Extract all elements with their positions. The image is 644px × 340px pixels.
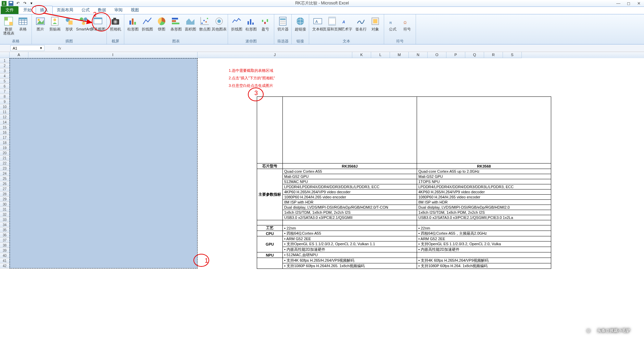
save-icon[interactable] bbox=[8, 1, 14, 6]
ft-cell: 主要参数指标 bbox=[257, 169, 283, 220]
ribbon-btn-sym[interactable]: Ω符号 bbox=[400, 15, 414, 31]
ribbon-btn-sl-wl[interactable]: 盈亏 bbox=[258, 15, 273, 31]
dropdown-icon[interactable]: ▾ bbox=[40, 46, 42, 50]
qat-dropdown-icon[interactable]: ▾ bbox=[29, 1, 34, 6]
row-header-2[interactable]: 2 bbox=[0, 63, 10, 68]
row-header-15[interactable]: 15 bbox=[0, 125, 10, 130]
row-header-19[interactable]: 19 bbox=[0, 145, 10, 151]
col-header-S[interactable]: S bbox=[503, 52, 522, 58]
row-header-27[interactable]: 27 bbox=[0, 186, 10, 192]
redo-icon[interactable]: ↷ bbox=[22, 1, 27, 6]
cells-area[interactable]: 芯片型号RK3288Quad-core Cortex-A17 up to 1.8… bbox=[10, 58, 644, 340]
row-header-22[interactable]: 22 bbox=[0, 161, 10, 166]
row-header-38[interactable]: 38 bbox=[0, 243, 10, 248]
row-header-36[interactable]: 36 bbox=[0, 233, 10, 238]
tab-file[interactable]: 文件 bbox=[1, 6, 18, 14]
col-header-K[interactable]: K bbox=[352, 52, 371, 58]
row-header-14[interactable]: 14 bbox=[0, 120, 10, 125]
row-header-31[interactable]: 31 bbox=[0, 207, 10, 212]
area-icon bbox=[185, 16, 196, 27]
row-header-28[interactable]: 28 bbox=[0, 192, 10, 197]
maximize-button[interactable]: ◻ bbox=[623, 0, 634, 7]
ribbon-btn-pivot[interactable]: 数据 透视表 bbox=[1, 15, 16, 35]
row-header-5[interactable]: 5 bbox=[0, 79, 10, 84]
worksheet-grid[interactable]: AIJKLMNOPQRS 123456789101112141516171819… bbox=[0, 52, 644, 340]
row-header-34[interactable]: 34 bbox=[0, 222, 10, 227]
row-header-42[interactable]: 42 bbox=[0, 263, 10, 269]
row-header-18[interactable]: 18 bbox=[0, 140, 10, 145]
ribbon-btn-scatter[interactable]: 散点图 bbox=[198, 15, 212, 31]
ribbon-btn-hf[interactable]: 页眉和页脚 bbox=[325, 15, 339, 31]
row-header-39[interactable]: 39 bbox=[0, 248, 10, 253]
select-all-corner[interactable] bbox=[0, 52, 10, 58]
ribbon-btn-slicer[interactable]: 切片器 bbox=[276, 15, 290, 31]
row-header-10[interactable]: 10 bbox=[0, 104, 10, 109]
undo-icon[interactable]: ↶ bbox=[15, 1, 21, 6]
row-header-29[interactable]: 29 bbox=[0, 197, 10, 202]
tab-review[interactable]: 审阅 bbox=[110, 6, 127, 14]
ribbon-btn-bar[interactable]: 条形图 bbox=[169, 15, 183, 31]
row-header-26[interactable]: 26 bbox=[0, 181, 10, 186]
ribbon-btn-link[interactable]: 超链接 bbox=[293, 15, 307, 31]
tab-home[interactable]: 开始 bbox=[19, 6, 36, 14]
row-header-32[interactable]: 32 bbox=[0, 212, 10, 217]
row-header-30[interactable]: 30 bbox=[0, 202, 10, 207]
row-header-41[interactable]: 41 bbox=[0, 258, 10, 263]
row-header-25[interactable]: 25 bbox=[0, 176, 10, 181]
tab-layout[interactable]: 页面布局 bbox=[53, 6, 77, 14]
ribbon-btn-camera[interactable]: 照相机 bbox=[108, 15, 123, 31]
ribbon-btn-sig[interactable]: 签名行 bbox=[354, 15, 368, 31]
ribbon-btn-smartart[interactable]: SmartArt bbox=[76, 15, 91, 31]
row-header-40[interactable]: 40 bbox=[0, 253, 10, 258]
col-header-N[interactable]: N bbox=[409, 52, 428, 58]
col-header-L[interactable]: L bbox=[371, 52, 390, 58]
row-header-37[interactable]: 37 bbox=[0, 238, 10, 243]
col-header-O[interactable]: O bbox=[428, 52, 446, 58]
col-header-A[interactable]: A bbox=[10, 52, 28, 58]
col-header-R[interactable]: R bbox=[484, 52, 503, 58]
ribbon-btn-table[interactable]: 表格 bbox=[16, 15, 30, 31]
col-header-J[interactable]: J bbox=[198, 52, 352, 58]
ribbon-btn-line[interactable]: 折线图 bbox=[140, 15, 154, 31]
ribbon-btn-sl-line[interactable]: 折线图 bbox=[229, 15, 244, 31]
ribbon-btn-pic[interactable]: 图片 bbox=[33, 15, 48, 31]
tab-formulas[interactable]: 公式 bbox=[77, 6, 94, 14]
row-header-17[interactable]: 17 bbox=[0, 135, 10, 140]
ribbon-btn-area[interactable]: 面积图 bbox=[183, 15, 198, 31]
ribbon-btn-eq[interactable]: π公式 bbox=[386, 15, 400, 31]
close-button[interactable]: ✕ bbox=[634, 0, 644, 7]
tab-insert[interactable]: 插入 bbox=[36, 6, 53, 14]
ribbon-btn-pie[interactable]: 饼图 bbox=[154, 15, 169, 31]
row-header-16[interactable]: 16 bbox=[0, 130, 10, 135]
row-header-35[interactable]: 35 bbox=[0, 227, 10, 233]
ribbon-btn-other[interactable]: 其他图表 bbox=[212, 15, 226, 31]
row-header-8[interactable]: 8 bbox=[0, 94, 10, 99]
ribbon-btn-wordart[interactable]: A艺术字 bbox=[339, 15, 354, 31]
row-header-9[interactable]: 9 bbox=[0, 99, 10, 104]
col-header-P[interactable]: P bbox=[446, 52, 465, 58]
row-header-6[interactable]: 6 bbox=[0, 84, 10, 89]
row-header-1[interactable]: 1 bbox=[0, 58, 10, 63]
row-header-3[interactable]: 3 bbox=[0, 68, 10, 74]
ribbon-btn-column[interactable]: 柱形图 bbox=[126, 15, 140, 31]
ribbon-btn-obj[interactable]: 对象 bbox=[368, 15, 382, 31]
minimize-button[interactable]: — bbox=[613, 0, 623, 7]
ribbon-btn-clip[interactable]: 剪贴画 bbox=[48, 15, 62, 31]
tab-view[interactable]: 视图 bbox=[127, 6, 143, 14]
col-header-M[interactable]: M bbox=[390, 52, 409, 58]
row-header-23[interactable]: 23 bbox=[0, 166, 10, 171]
row-header-4[interactable]: 4 bbox=[0, 74, 10, 79]
row-header-20[interactable]: 20 bbox=[0, 151, 10, 156]
col-header-Q[interactable]: Q bbox=[465, 52, 484, 58]
ribbon-btn-shapes[interactable]: 形状 bbox=[62, 15, 76, 31]
row-header-11[interactable]: 11 bbox=[0, 109, 10, 115]
row-header-24[interactable]: 24 bbox=[0, 171, 10, 176]
row-header-7[interactable]: 7 bbox=[0, 89, 10, 94]
row-header-33[interactable]: 33 bbox=[0, 217, 10, 222]
row-header-12[interactable]: 12 bbox=[0, 115, 10, 120]
ribbon-btn-sl-col[interactable]: 柱形图 bbox=[244, 15, 258, 31]
col-header-I[interactable]: I bbox=[28, 52, 198, 58]
name-box[interactable]: A1▾ bbox=[10, 45, 45, 51]
row-header-21[interactable]: 21 bbox=[0, 156, 10, 161]
fx-label[interactable]: fx bbox=[58, 46, 61, 50]
